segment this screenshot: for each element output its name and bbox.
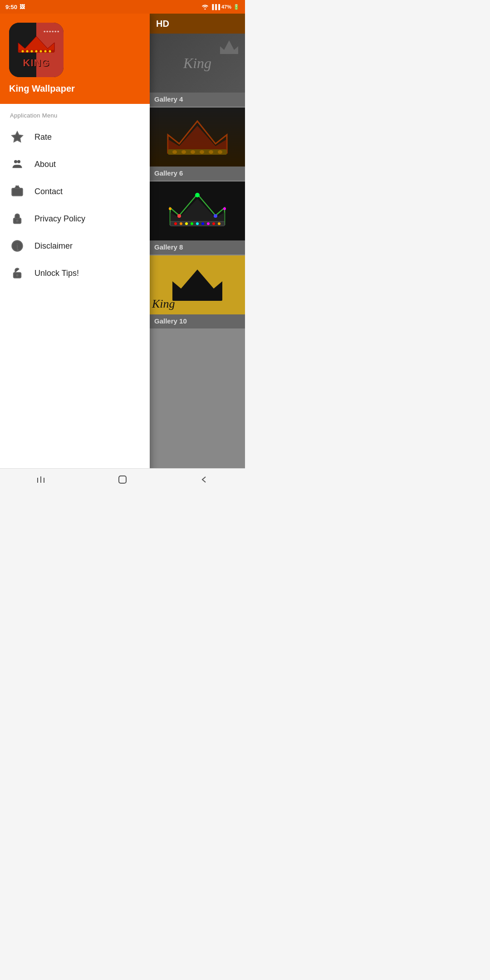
people-icon xyxy=(10,157,24,172)
bg-topbar: HD xyxy=(150,14,245,34)
gallery-item-10: King Gallery 10 xyxy=(150,255,245,328)
status-time-area: 9:50 🖼 xyxy=(5,4,25,10)
svg-point-18 xyxy=(17,249,19,251)
gallery-label-8: Gallery 8 xyxy=(150,240,245,255)
svg-marker-32 xyxy=(170,199,225,225)
svg-marker-0 xyxy=(18,36,54,52)
gallery-icon: 🖼 xyxy=(20,4,25,10)
svg-point-33 xyxy=(195,193,200,197)
svg-point-6 xyxy=(40,50,42,53)
svg-point-46 xyxy=(212,222,215,225)
svg-point-25 xyxy=(172,150,177,154)
gallery-label-4: Gallery 4 xyxy=(150,93,245,107)
contact-label: Contact xyxy=(34,187,63,196)
svg-point-34 xyxy=(177,214,181,218)
svg-point-20 xyxy=(16,274,18,276)
svg-point-47 xyxy=(218,222,220,225)
about-label: About xyxy=(34,160,56,169)
svg-rect-12 xyxy=(12,188,22,196)
bg-content: HD King Gallery 4 xyxy=(150,14,245,490)
menu-item-unlock[interactable]: Unlock Tips! xyxy=(0,260,150,287)
svg-marker-48 xyxy=(172,270,222,299)
menu-item-rate[interactable]: Rate xyxy=(0,123,150,151)
svg-marker-23 xyxy=(168,126,227,153)
drawer-body: Application Menu Rate xyxy=(0,104,150,490)
menu-section-label: Application Menu xyxy=(0,112,150,123)
wifi-icon xyxy=(201,4,209,10)
svg-point-37 xyxy=(223,207,226,210)
home-button[interactable] xyxy=(109,471,136,488)
unlock-label: Unlock Tips! xyxy=(34,269,79,278)
svg-point-5 xyxy=(35,50,38,53)
king-text: KING xyxy=(23,57,50,69)
back-button[interactable] xyxy=(191,471,218,488)
svg-point-14 xyxy=(16,220,18,222)
gallery-label-6: Gallery 6 xyxy=(150,167,245,181)
svg-point-45 xyxy=(207,222,210,225)
svg-point-11 xyxy=(17,160,20,163)
battery-percent: 47% xyxy=(221,4,231,10)
info-icon xyxy=(10,239,24,253)
svg-point-26 xyxy=(181,150,186,154)
lock-icon xyxy=(10,211,24,226)
rate-label: Rate xyxy=(34,132,52,142)
svg-marker-9 xyxy=(12,132,22,142)
app-name: King Wallpaper xyxy=(9,83,75,94)
svg-point-7 xyxy=(44,50,47,53)
svg-point-2 xyxy=(22,50,24,53)
svg-point-36 xyxy=(169,207,172,210)
signal-icon: ▐▐▐ xyxy=(211,4,220,10)
status-bar: 9:50 🖼 ▐▐▐ 47% 🔋 xyxy=(0,0,245,14)
gallery-thumb-8 xyxy=(150,181,245,240)
svg-point-42 xyxy=(191,222,193,225)
gallery-item-4: King Gallery 4 xyxy=(150,34,245,107)
svg-point-27 xyxy=(191,150,195,154)
bg-title: HD xyxy=(156,19,169,29)
gallery-item-6: Gallery 6 xyxy=(150,108,245,181)
menu-item-privacy[interactable]: Privacy Policy xyxy=(0,205,150,232)
unlock-icon xyxy=(10,266,24,280)
gallery-thumb-6 xyxy=(150,108,245,167)
email-icon xyxy=(10,184,24,199)
menu-item-contact[interactable]: Contact xyxy=(0,178,150,205)
gallery-thumb-4: King xyxy=(150,34,245,93)
privacy-label: Privacy Policy xyxy=(34,214,85,224)
svg-point-35 xyxy=(214,214,217,218)
svg-point-3 xyxy=(26,50,29,53)
svg-marker-21 xyxy=(220,40,238,54)
crown-icon xyxy=(16,33,57,56)
gallery-label-10: Gallery 10 xyxy=(150,314,245,328)
pearls-icon: ⚬⚬⚬⚬⚬⚬ xyxy=(43,29,59,34)
status-icons: ▐▐▐ 47% 🔋 xyxy=(201,4,240,10)
svg-point-28 xyxy=(200,150,204,154)
status-time: 9:50 xyxy=(5,4,17,10)
app-icon: KING ⚬⚬⚬⚬⚬⚬ xyxy=(9,23,64,77)
svg-point-43 xyxy=(196,222,199,225)
svg-point-4 xyxy=(31,50,33,53)
nav-bar xyxy=(0,468,245,490)
svg-rect-49 xyxy=(172,296,222,301)
svg-point-30 xyxy=(218,150,222,154)
recents-button[interactable] xyxy=(27,471,54,488)
disclaimer-label: Disclaimer xyxy=(34,241,73,251)
svg-point-39 xyxy=(174,222,177,225)
svg-point-40 xyxy=(180,222,182,225)
screen: KING ⚬⚬⚬⚬⚬⚬ King Wallpaper Application M… xyxy=(0,14,245,490)
battery-icon: 🔋 xyxy=(233,4,240,10)
menu-item-disclaimer[interactable]: Disclaimer xyxy=(0,232,150,260)
svg-point-44 xyxy=(201,222,204,225)
menu-item-about[interactable]: About xyxy=(0,151,150,178)
svg-point-10 xyxy=(14,160,17,163)
gallery-item-8: Gallery 8 xyxy=(150,181,245,255)
svg-point-8 xyxy=(49,50,51,53)
drawer: KING ⚬⚬⚬⚬⚬⚬ King Wallpaper Application M… xyxy=(0,14,150,490)
svg-point-29 xyxy=(209,150,213,154)
gallery-list: King Gallery 4 xyxy=(150,34,245,329)
gallery-thumb-10: King xyxy=(150,255,245,314)
drawer-header: KING ⚬⚬⚬⚬⚬⚬ King Wallpaper xyxy=(0,14,150,104)
svg-point-41 xyxy=(185,222,188,225)
star-icon xyxy=(10,130,24,144)
svg-rect-53 xyxy=(119,476,126,483)
